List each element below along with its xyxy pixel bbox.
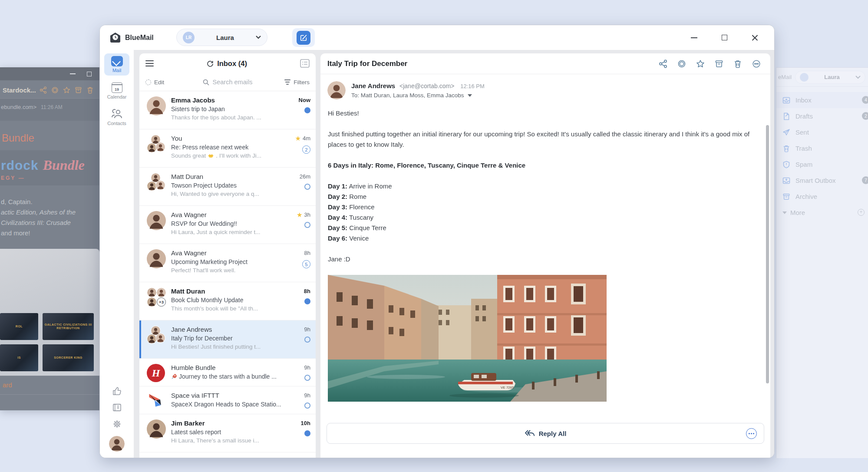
sender-name: Jim Barker [171, 419, 281, 427]
refresh-icon[interactable] [207, 60, 214, 67]
archive-icon[interactable] [75, 86, 82, 94]
email-subject: Latest sales report [171, 429, 281, 436]
read-circle[interactable] [304, 222, 310, 228]
list-item[interactable]: Space via IFTTTSpaceX Dragon Heads to Sp… [139, 386, 316, 414]
thread-count-badge[interactable]: 5 [302, 260, 310, 268]
left-sender-line: ebundle.com>11:26 AM [0, 99, 99, 121]
left-email-link[interactable]: ard [3, 381, 12, 389]
sender-avatar [147, 173, 166, 192]
expand-recipients-icon [468, 94, 472, 97]
sender-name: Matt Duran [171, 287, 281, 295]
avatar [800, 73, 809, 82]
left-email-text-line: and more! [1, 228, 97, 238]
read-circle[interactable] [304, 375, 310, 381]
rail-tab-mail[interactable]: Mail [104, 53, 129, 76]
folder-item-inbox[interactable]: Inbox4 [776, 92, 868, 108]
scrollbar-thumb[interactable] [766, 125, 769, 383]
star-icon[interactable]: ★ [295, 136, 300, 141]
read-circle[interactable] [304, 184, 310, 190]
email-subject: Italy Trip for December [171, 335, 281, 342]
sender-avatar [327, 81, 346, 99]
unread-dot[interactable] [304, 298, 310, 304]
star-icon[interactable] [696, 59, 705, 68]
star-icon[interactable]: ★ [297, 212, 302, 218]
email-time: 9h [304, 326, 310, 333]
folder-item-sent[interactable]: Sent [776, 124, 868, 140]
folder-label: Archive [795, 193, 817, 200]
list-item[interactable]: Jane AndrewsItaly Trip for DecemberHi Be… [139, 320, 316, 359]
share-icon[interactable] [659, 59, 667, 68]
email-body: Hi Besties! Just finished putting togeth… [320, 102, 770, 264]
maximize-button[interactable] [718, 31, 731, 44]
scrollbar[interactable] [766, 106, 769, 380]
account-selector[interactable]: LR Laura [176, 29, 267, 46]
minimize-button[interactable] [687, 31, 700, 44]
desktop: Stardock... ebundle.com>11:26 AM Bundle … [0, 0, 868, 472]
email-time: ★4m [295, 135, 310, 142]
read-circle[interactable] [304, 403, 310, 409]
archive-icon[interactable] [715, 59, 723, 68]
trash-icon[interactable] [86, 86, 94, 94]
status-circle-icon[interactable] [51, 86, 59, 94]
sender-name: Emma Jacobs [171, 96, 281, 104]
recipients-row[interactable]: To: Matt Duran, Laura Moss, Emma Jacobs [351, 92, 485, 99]
menu-icon[interactable] [145, 60, 154, 66]
compose-button[interactable] [292, 28, 315, 47]
bundle-promo-image: ROLGALACTIC CIVILIZATIONS III RETRIBUTIO… [0, 249, 99, 376]
search-icon [203, 79, 209, 86]
close-button[interactable] [748, 31, 761, 44]
reply-more-button[interactable] [746, 428, 757, 439]
folder-badge: 4 [862, 96, 868, 104]
user-avatar[interactable] [109, 436, 125, 452]
itinerary-day: Day 1: Arrive in Rome [328, 181, 757, 191]
list-item[interactable]: Ava WagnerRSVP for Our Wedding!!Hi Laura… [139, 206, 316, 244]
reply-all-button[interactable]: Reply All [327, 423, 764, 444]
reading-mode-icon[interactable] [300, 59, 310, 68]
status-circle-icon[interactable] [677, 59, 686, 68]
email-preview: Thanks for the tips about Japan. ... [171, 114, 281, 121]
itinerary-day: Day 6: Venice [328, 233, 757, 244]
folder-item-archive[interactable]: Archive [776, 188, 868, 205]
maximize-icon[interactable] [87, 72, 92, 76]
edit-button[interactable]: Edit [145, 79, 183, 86]
left-email-text-line: Civilizations III: Crusade [1, 218, 97, 228]
star-icon[interactable] [63, 86, 70, 94]
thumbs-up-icon[interactable] [112, 386, 122, 396]
more-icon[interactable] [752, 59, 761, 68]
list-item[interactable]: HHumble Bundle Journey to the stars with… [139, 359, 316, 386]
folder-item-more[interactable]: More+ [776, 205, 868, 221]
background-window-left: Stardock... ebundle.com>11:26 AM Bundle … [0, 67, 99, 410]
search-input[interactable]: Search emails [183, 79, 272, 86]
account-selector[interactable]: Laura [795, 71, 865, 84]
folder-item-spam[interactable]: Spam [776, 156, 868, 172]
email-subject: RSVP for Our Wedding!! [171, 220, 281, 227]
list-item[interactable]: YouRe: Press release next weekSounds gre… [139, 129, 316, 168]
share-icon[interactable] [40, 86, 47, 94]
thread-count-badge[interactable]: 2 [302, 145, 310, 154]
filters-button[interactable]: Filters [272, 79, 310, 86]
rail-tab-contacts[interactable]: Contacts [104, 106, 129, 129]
add-folder-icon[interactable]: + [858, 209, 865, 216]
folder-item-drafts[interactable]: Drafts2 [776, 108, 868, 124]
stardock-bundle-logo: rdock Bundle EGY — [0, 150, 99, 185]
list-item[interactable]: +3Matt DuranBook Club Monthly UpdateThis… [139, 282, 316, 320]
list-item[interactable]: Ava WagnerUpcoming Marketing ProjectPerf… [139, 244, 316, 282]
folder-label: Spam [795, 161, 812, 168]
list-item[interactable]: Emma JacobsSisters trip to JapanThanks f… [139, 91, 316, 129]
chevron-down-icon [256, 36, 261, 39]
unread-dot[interactable] [304, 107, 310, 113]
minimize-icon[interactable] [70, 73, 76, 74]
gear-icon[interactable] [112, 419, 122, 429]
rail-tab-calendar[interactable]: 19 Calendar [104, 80, 129, 102]
trash-icon[interactable] [733, 59, 742, 68]
svg-text:VE 7265: VE 7265 [501, 386, 514, 389]
read-circle[interactable] [304, 337, 310, 343]
news-icon[interactable] [112, 403, 122, 412]
folder-item-trash[interactable]: Trash [776, 140, 868, 156]
email-subject: Book Club Monthly Update [171, 297, 281, 304]
sender-avatar [147, 419, 166, 439]
unread-dot[interactable] [304, 430, 310, 436]
list-item[interactable]: Matt DuranTowson Project UpdatesHi, Want… [139, 168, 316, 206]
folder-item-smart-outbox[interactable]: Smart Outbox7 [776, 172, 868, 188]
list-item[interactable]: Jim BarkerLatest sales reportHi Laura, T… [139, 414, 316, 452]
